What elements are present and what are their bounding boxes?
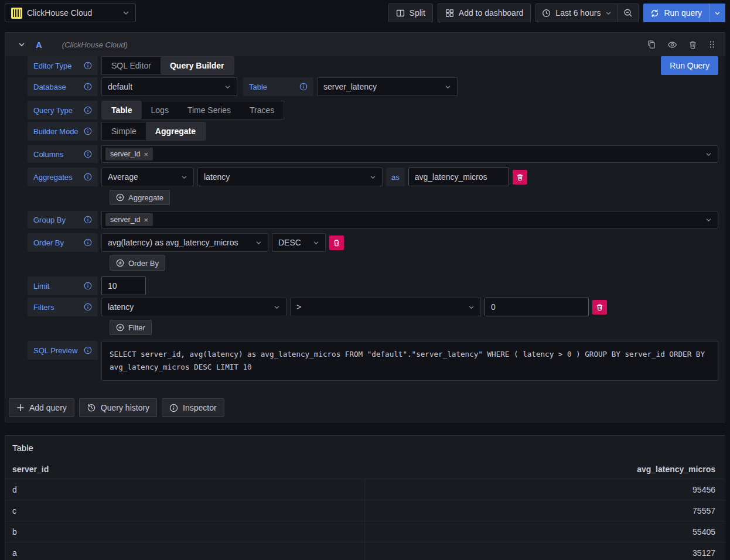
table-row[interactable]: a 35127 (5, 542, 725, 560)
sql-preview-text: SELECT server_id, avg(latency) as avg_la… (101, 341, 718, 381)
copy-icon (647, 40, 656, 49)
columns-label: Columns (28, 145, 98, 163)
clock-icon (542, 9, 551, 18)
datasource-picker[interactable]: ClickHouse Cloud (5, 4, 136, 22)
chevron-down-icon (468, 304, 475, 310)
aggregate-as-label: as (386, 168, 405, 186)
chevron-down-icon (18, 41, 25, 48)
remove-filter-button[interactable] (592, 300, 607, 315)
eye-icon (667, 40, 677, 50)
plus-icon (16, 404, 25, 412)
hide-query-button[interactable] (667, 40, 677, 50)
query-type-logs[interactable]: Logs (142, 101, 178, 119)
column-header-avg-latency-micros[interactable]: avg_latency_micros (365, 465, 725, 474)
query-type-table[interactable]: Table (102, 101, 142, 119)
add-filter-button[interactable]: Filter (110, 320, 152, 335)
add-query-button[interactable]: Add query (9, 398, 74, 417)
column-header-server-id[interactable]: server_id (5, 465, 365, 474)
editor-type-query-builder[interactable]: Query Builder (161, 57, 234, 74)
query-row-actions (647, 40, 715, 50)
query-type-toggle: Table Logs Time Series Traces (101, 101, 284, 119)
panel-title: Table (5, 441, 725, 460)
clickhouse-logo-icon (11, 8, 22, 19)
run-query-split-button: Run query (643, 4, 725, 22)
cell-server-id: a (5, 542, 365, 560)
table-row[interactable]: d 95456 (5, 479, 725, 500)
query-editor-footer: Add query Query history Inspector (5, 383, 725, 422)
order-by-field-select[interactable]: avg(latency) as avg_latency_micros (101, 233, 268, 252)
inspector-button[interactable]: Inspector (162, 398, 224, 417)
order-by-direction-select[interactable]: DESC (272, 233, 326, 252)
add-to-dashboard-button[interactable]: Add to dashboard (438, 4, 531, 22)
query-type-label: Query Type (28, 101, 98, 119)
time-range-label: Last 6 hours (555, 8, 601, 18)
info-icon[interactable] (299, 83, 308, 91)
info-icon[interactable] (84, 303, 92, 311)
info-icon[interactable] (84, 83, 92, 91)
query-history-button[interactable]: Query history (79, 398, 157, 417)
table-select[interactable]: server_latency (317, 77, 458, 96)
aggregates-label: Aggregates (28, 168, 98, 186)
trash-icon (596, 303, 603, 311)
zoom-out-icon (623, 8, 633, 18)
info-icon[interactable] (84, 127, 92, 135)
chevron-down-icon (255, 240, 262, 246)
info-icon[interactable] (84, 106, 92, 114)
info-icon[interactable] (84, 282, 92, 290)
table-label: Table (243, 77, 313, 96)
drag-query-handle[interactable] (708, 40, 715, 49)
aggregate-column-select[interactable]: latency (197, 168, 383, 186)
table-header-row: server_id avg_latency_micros (5, 460, 725, 479)
aggregate-alias-input[interactable] (408, 168, 509, 186)
info-icon[interactable] (84, 62, 92, 70)
trash-icon (333, 239, 340, 247)
run-query-label: Run query (664, 8, 702, 18)
table-row[interactable]: c 75557 (5, 500, 725, 521)
sql-preview-label: SQL Preview (28, 341, 98, 360)
info-icon[interactable] (84, 216, 92, 224)
remove-chip-icon[interactable]: × (144, 151, 148, 158)
info-icon[interactable] (84, 173, 92, 181)
limit-input[interactable] (101, 276, 146, 295)
builder-mode-simple[interactable]: Simple (102, 122, 146, 140)
remove-chip-icon[interactable]: × (144, 216, 148, 224)
duplicate-query-button[interactable] (647, 40, 656, 49)
add-aggregate-button[interactable]: Aggregate (110, 190, 170, 205)
info-icon[interactable] (84, 150, 92, 158)
query-type-traces[interactable]: Traces (240, 101, 284, 119)
query-datasource-hint: (ClickHouse Cloud) (62, 40, 647, 49)
filter-value-input[interactable] (485, 298, 589, 316)
info-icon[interactable] (84, 238, 92, 247)
group-by-multiselect[interactable]: server_id × (101, 211, 718, 228)
history-icon (87, 403, 96, 412)
database-label: Database (28, 77, 98, 96)
columns-multiselect[interactable]: server_id × (101, 145, 718, 163)
run-query-inner-button[interactable]: Run Query (661, 56, 718, 75)
explore-toolbar: ClickHouse Cloud Split Add to dashboard … (0, 0, 730, 26)
editor-type-sql-editor[interactable]: SQL Editor (102, 57, 161, 74)
collapse-query-button[interactable] (18, 41, 25, 48)
remove-query-button[interactable] (688, 40, 697, 49)
remove-aggregate-button[interactable] (513, 170, 527, 185)
builder-mode-aggregate[interactable]: Aggregate (146, 122, 205, 140)
remove-order-by-button[interactable] (329, 235, 344, 250)
time-range-button[interactable]: Last 6 hours (536, 4, 618, 22)
query-row-header: A (ClickHouse Cloud) (5, 33, 725, 56)
info-icon[interactable] (84, 346, 92, 354)
filter-column-select[interactable]: latency (101, 298, 286, 316)
filter-operator-select[interactable]: > (290, 298, 481, 316)
aggregate-function-select[interactable]: Average (101, 168, 194, 186)
trash-icon (516, 173, 524, 181)
add-order-by-button[interactable]: Order By (110, 255, 165, 271)
database-select[interactable]: default (101, 77, 237, 96)
datasource-name: ClickHouse Cloud (27, 8, 118, 18)
run-query-button[interactable]: Run query (643, 4, 709, 22)
table-row[interactable]: b 55405 (5, 521, 725, 542)
split-button[interactable]: Split (388, 4, 433, 22)
run-query-options-caret[interactable] (709, 4, 725, 22)
query-type-time-series[interactable]: Time Series (178, 101, 240, 119)
cell-server-id: b (5, 521, 365, 542)
editor-type-label: Editor Type (28, 56, 98, 75)
cell-server-id: c (5, 500, 365, 521)
zoom-out-time-button[interactable] (618, 4, 638, 22)
